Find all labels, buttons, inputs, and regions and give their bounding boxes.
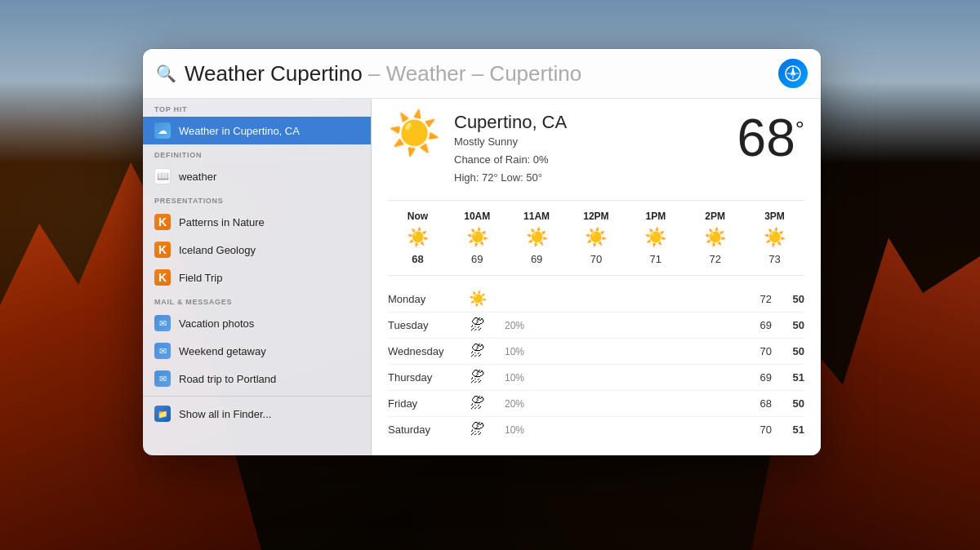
weather-condition: Mostly Sunny [454,133,737,151]
mail-roadtrip-icon: ✉ [154,370,171,387]
daily-row: Wednesday ⛈ 10% 70 50 [388,339,804,365]
vacation-label: Vacation photos [179,317,254,330]
daily-chance: 10% [494,346,535,357]
list-item-iceland[interactable]: K Iceland Geology [143,236,371,264]
weather-panel: ☀️ Cupertino, CA Mostly Sunny Chance of … [372,99,821,455]
section-header-mail: MAIL & MESSAGES [143,291,371,309]
list-item-roadtrip[interactable]: ✉ Road trip to Portland [143,365,371,393]
daily-low: 51 [772,371,804,384]
list-item-weather-def[interactable]: 📖 weather [143,162,371,190]
daily-low: 51 [772,424,804,436]
keynote-fieldtrip-icon: K [154,269,171,286]
hourly-temp: 72 [709,253,720,265]
daily-high: 69 [739,371,772,384]
hourly-label: 3PM [764,211,785,222]
hourly-label: 1PM [645,211,666,222]
hourly-temp: 69 [531,253,542,265]
fieldtrip-label: Field Trip [179,272,222,284]
hourly-icon: ☀️ [585,227,607,248]
search-dim: – Weather – Cupertino [368,61,581,86]
daily-icon: ⛈ [461,421,494,438]
daily-row: Friday ⛈ 20% 68 50 [388,391,804,417]
hourly-temp: 73 [768,253,780,265]
daily-low: 50 [772,319,804,331]
section-header-definition: DEFINITION [143,144,371,162]
weather-cupertino-label: Weather in Cupertino, CA [179,125,300,137]
finder-icon: 📁 [154,406,171,422]
daily-row: Thursday ⛈ 10% 69 51 [388,365,804,391]
daily-chance: 20% [494,320,535,331]
hourly-label: 2PM [705,211,725,222]
hourly-item: 3PM ☀️ 73 [754,211,795,265]
mail-weekend-icon: ✉ [154,343,171,359]
daily-forecast: Monday ☀️ 72 50 Tuesday ⛈ 20% 69 50 Wedn… [388,286,804,442]
daily-day: Wednesday [388,345,461,357]
current-temperature: 68 ° [737,112,804,164]
search-bar: 🔍 Weather Cupertino – Weather – Cupertin… [143,49,821,99]
weather-rain: Chance of Rain: 0% [454,151,737,169]
daily-icon: ⛈ [461,395,494,412]
hourly-row: Now ☀️ 68 10AM ☀️ 69 11AM ☀️ 69 12PM ☀️ … [388,211,804,265]
weather-def-label: weather [179,171,216,183]
hourly-item: 11AM ☀️ 69 [516,211,557,265]
daily-high: 72 [739,293,772,305]
hourly-temp: 71 [650,253,662,265]
list-item-patterns[interactable]: K Patterns in Nature [143,208,371,236]
daily-day: Monday [388,293,461,305]
hourly-label: 10AM [464,211,490,222]
hourly-icon: ☀️ [704,227,726,248]
temp-value: 68 [737,112,795,164]
list-item-fieldtrip[interactable]: K Field Trip [143,264,371,291]
section-header-presentations: PRESENTATIONS [143,190,371,208]
daily-day: Tuesday [388,319,461,331]
daily-day: Thursday [388,371,461,384]
city-name: Cupertino, CA [454,112,737,133]
daily-chance: 20% [494,398,535,410]
weather-info: Cupertino, CA Mostly Sunny Chance of Rai… [454,112,737,187]
iceland-label: Iceland Geology [179,244,256,256]
daily-high: 70 [739,345,772,357]
patterns-label: Patterns in Nature [179,216,265,228]
daily-row: Saturday ⛈ 10% 70 51 [388,417,804,442]
list-item-weekend[interactable]: ✉ Weekend getaway [143,337,371,365]
daily-high: 69 [739,319,772,331]
daily-row: Monday ☀️ 72 50 [388,286,804,313]
hourly-item: 1PM ☀️ 71 [635,211,676,265]
hourly-item: 12PM ☀️ 70 [576,211,617,265]
mail-vacation-icon: ✉ [154,315,171,331]
daily-low: 50 [772,345,804,357]
weather-high-low: High: 72° Low: 50° [454,169,737,187]
hourly-icon: ☀️ [407,227,429,248]
daily-high: 68 [739,397,772,410]
hourly-item: 2PM ☀️ 72 [695,211,736,265]
roadtrip-label: Road trip to Portland [179,373,276,385]
daily-low: 50 [772,397,804,410]
spotlight-window: 🔍 Weather Cupertino – Weather – Cupertin… [143,49,821,455]
section-header-top-hit: TOP HIT [143,99,371,117]
hourly-icon: ☀️ [526,227,548,248]
daily-day: Saturday [388,424,461,436]
daily-chance: 10% [494,372,535,384]
hourly-label: 11AM [523,211,550,222]
hourly-temp: 68 [412,253,423,265]
daily-high: 70 [739,424,772,436]
finder-label: Show all in Finder... [179,408,271,420]
daily-icon: ⛈ [461,343,494,360]
list-item-finder[interactable]: 📁 Show all in Finder... [143,400,371,428]
search-bold: Weather Cupertino [185,61,363,86]
search-query[interactable]: Weather Cupertino – Weather – Cupertino [185,61,778,86]
degree-symbol: ° [795,118,804,141]
list-item-weather-cupertino[interactable]: ☁ Weather in Cupertino, CA [143,117,371,144]
keynote-iceland-icon: K [154,242,171,258]
search-icon: 🔍 [156,64,176,83]
hourly-item: Now ☀️ 68 [397,211,438,265]
list-item-vacation[interactable]: ✉ Vacation photos [143,309,371,337]
safari-button[interactable] [778,59,808,88]
current-weather-icon: ☀️ [388,112,441,154]
left-panel: TOP HIT ☁ Weather in Cupertino, CA DEFIN… [143,99,372,455]
weather-cupertino-icon: ☁ [154,122,171,139]
daily-day: Friday [388,397,461,410]
daily-low: 50 [772,293,804,305]
daily-icon: ☀️ [461,290,494,308]
hourly-label: Now [408,211,428,222]
